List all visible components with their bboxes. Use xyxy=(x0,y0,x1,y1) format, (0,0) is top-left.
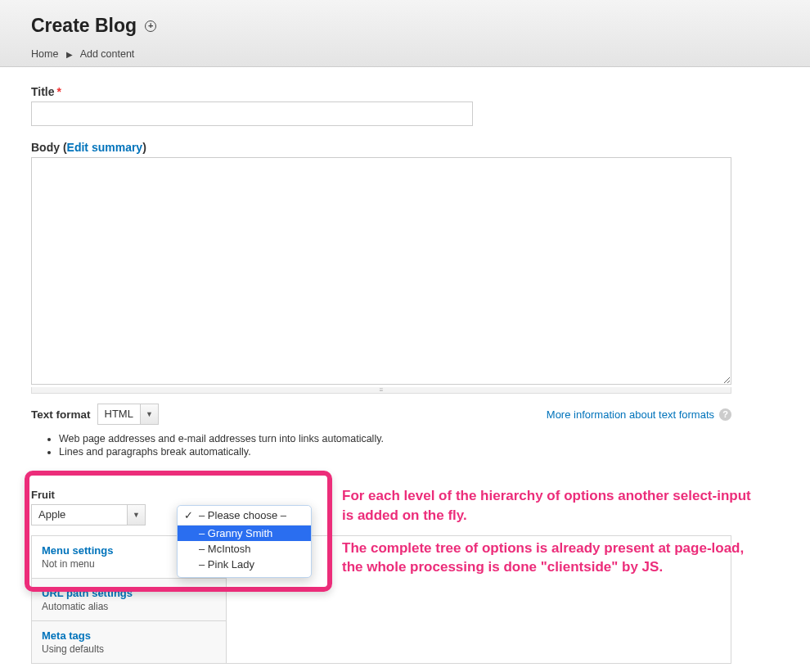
format-tip: Web page addresses and e-mail addresses … xyxy=(59,433,779,444)
title-input[interactable] xyxy=(31,101,473,126)
breadcrumb-home[interactable]: Home xyxy=(31,48,58,60)
chevron-down-icon: ▼ xyxy=(140,404,158,424)
format-tips: Web page addresses and e-mail addresses … xyxy=(47,433,779,458)
annotation-line-2: The complete tree of options is already … xyxy=(342,539,751,578)
title-label-text: Title xyxy=(31,85,55,98)
textarea-resize-handle[interactable]: ≡ xyxy=(31,387,731,394)
tab-meta-tags[interactable]: Meta tags Using defaults xyxy=(32,621,226,663)
tab-title: Meta tags xyxy=(42,629,216,642)
more-info-link[interactable]: More information about text formats xyxy=(547,408,714,421)
annotation-callout: For each level of the hierarchy of optio… xyxy=(342,486,751,590)
dropdown-option-granny-smith[interactable]: – Granny Smith xyxy=(178,525,311,541)
body-field: Body (Edit summary) ≡ Text format HTML ▼… xyxy=(31,141,779,458)
breadcrumb: Home ▶ Add content xyxy=(31,48,779,60)
edit-summary-link[interactable]: Edit summary xyxy=(67,141,143,154)
breadcrumb-add-content[interactable]: Add content xyxy=(80,48,135,60)
tab-subtitle: Automatic alias xyxy=(42,601,216,612)
dropdown-current[interactable]: ✓ – Please choose – xyxy=(178,506,311,525)
chevron-down-icon: ▼ xyxy=(127,505,145,525)
annotation-line-1: For each level of the hierarchy of optio… xyxy=(342,486,751,525)
text-format-select[interactable]: HTML ▼ xyxy=(97,404,159,425)
page-title: Create Blog xyxy=(31,15,137,37)
fruit-label: Fruit xyxy=(31,489,162,501)
checkmark-icon: ✓ xyxy=(184,509,199,521)
body-label-prefix: Body ( xyxy=(31,141,67,154)
header-bar: Create Blog + Home ▶ Add content xyxy=(0,0,810,67)
fruit-level1-value: Apple xyxy=(32,505,127,525)
dropdown-option-mcintosh[interactable]: – McIntosh xyxy=(178,541,311,557)
body-label: Body (Edit summary) xyxy=(31,141,779,154)
body-textarea[interactable] xyxy=(31,157,731,385)
dropdown-placeholder: – Please choose – xyxy=(199,509,286,521)
tab-subtitle: Using defaults xyxy=(42,643,216,655)
dropdown-option-pink-lady[interactable]: – Pink Lady xyxy=(178,557,311,572)
title-field: Title* xyxy=(31,85,779,126)
format-tip: Lines and paragraphs break automatically… xyxy=(59,446,779,458)
title-label: Title* xyxy=(31,85,779,98)
fruit-level2-dropdown[interactable]: ✓ – Please choose – – Granny Smith – McI… xyxy=(177,505,312,578)
tab-title: URL path settings xyxy=(42,587,216,599)
chevron-right-icon: ▶ xyxy=(66,50,73,59)
tab-url-path-settings[interactable]: URL path settings Automatic alias xyxy=(32,579,226,621)
text-format-label: Text format xyxy=(31,408,91,421)
required-marker: * xyxy=(57,85,61,98)
help-icon[interactable]: ? xyxy=(719,408,731,421)
body-label-suffix: ) xyxy=(142,141,146,154)
add-icon[interactable]: + xyxy=(145,20,156,32)
fruit-level1-select[interactable]: Apple ▼ xyxy=(31,504,146,525)
text-format-value: HTML xyxy=(98,404,140,424)
